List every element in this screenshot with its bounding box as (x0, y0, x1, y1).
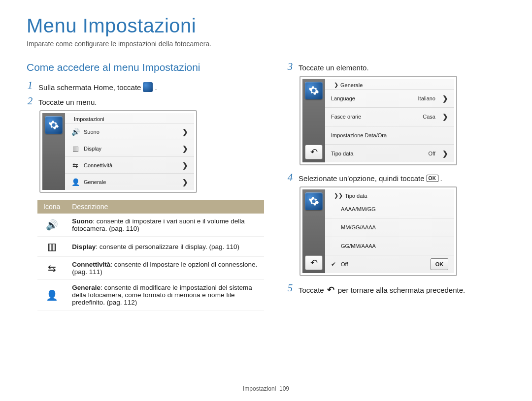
camera-screen-impostazioni: Impostazioni 🔊 Suono ❯ ▥ Display ❯ ⇆ (39, 110, 197, 193)
gear-icon[interactable] (45, 116, 63, 134)
menu-item-suono[interactable]: 🔊 Suono ❯ (65, 123, 194, 140)
page-footer: Impostazioni 109 (0, 385, 532, 392)
menu-item-connettivita[interactable]: ⇆ Connettività ❯ (65, 156, 194, 173)
sound-icon: 🔊 (71, 128, 80, 136)
camera-title: ❯ Generale (325, 79, 454, 89)
back-button[interactable]: ↶ (305, 255, 323, 270)
date-option[interactable]: ✔ Off OK (325, 255, 454, 273)
gear-icon[interactable] (305, 82, 323, 99)
table-header-icon: Icona (37, 200, 66, 214)
table-row: ⇆ Connettività: consente di impostare le… (37, 257, 264, 280)
option-language[interactable]: Language Italiano ❯ (325, 89, 454, 107)
menu-item-display[interactable]: ▥ Display ❯ (65, 140, 194, 156)
back-button[interactable]: ↶ (305, 145, 323, 159)
user-icon: 👤 (37, 280, 66, 310)
step-2: 2 Toccate un menu. (27, 96, 264, 106)
chevron-double-right-icon: ❯❯ (334, 192, 343, 199)
check-icon: ✔ (331, 261, 338, 268)
back-icon: ↶ (326, 285, 336, 295)
user-icon: 👤 (71, 178, 80, 186)
page-subtitle: Imparate come configurare le impostazion… (27, 40, 505, 48)
step-number: 5 (287, 283, 294, 293)
step-number: 1 (27, 80, 33, 91)
connect-icon: ⇆ (37, 257, 66, 280)
date-option[interactable]: AAAA/MM/GG (325, 200, 454, 218)
table-header-desc: Descrizione (66, 200, 264, 214)
table-row: ▥ Display: consente di personalizzare il… (37, 237, 264, 257)
display-icon: ▥ (37, 237, 66, 257)
display-icon: ▥ (71, 145, 80, 153)
menu-item-generale[interactable]: 👤 Generale ❯ (65, 173, 194, 190)
option-tipo-data[interactable]: Tipo data Off ❯ (325, 144, 454, 162)
step-3: 3 Toccate un elemento. (287, 62, 505, 72)
date-option[interactable]: MM/GG/AAAA (325, 218, 454, 236)
step-5: 5 Toccate ↶ per tornare alla schermata p… (287, 283, 505, 295)
date-option[interactable]: GG/MM/AAAA (325, 237, 454, 255)
gear-icon[interactable] (305, 192, 323, 210)
page-title: Menu Impostazioni (27, 15, 505, 37)
description-table: Icona Descrizione 🔊 Suono: consente di i… (37, 200, 264, 310)
camera-title: ❯❯ Tipo data (325, 189, 454, 200)
table-row: 👤 Generale: consente di modificare le im… (37, 280, 264, 310)
step-number: 2 (27, 96, 33, 106)
option-data-ora[interactable]: Impostazione Data/Ora (325, 126, 454, 144)
ok-button[interactable]: OK (431, 258, 448, 270)
step-number: 4 (287, 172, 294, 183)
sound-icon: 🔊 (37, 214, 66, 237)
table-row: 🔊 Suono: consente di impostare i vari su… (37, 214, 264, 237)
camera-screen-tipo-data: ↶ ❯❯ Tipo data AAAA/MM/GG M (299, 186, 457, 276)
connect-icon: ⇆ (71, 161, 80, 169)
chevron-right-icon: ❯ (334, 82, 338, 88)
step-1: 1 Sulla schermata Home, toccate . (27, 80, 264, 92)
option-fasce-orarie[interactable]: Fasce orarie Casa ❯ (325, 107, 454, 125)
ok-icon: OK (427, 175, 438, 182)
step-4: 4 Selezionate un'opzione, quindi toccate… (287, 172, 505, 183)
camera-screen-generale: ↶ ❯ Generale Language Italiano ❯ (299, 76, 457, 165)
section-heading: Come accedere al menu Impostazioni (27, 62, 264, 73)
camera-title: Impostazioni (65, 113, 194, 123)
gear-icon (143, 82, 153, 92)
step-number: 3 (287, 62, 294, 72)
